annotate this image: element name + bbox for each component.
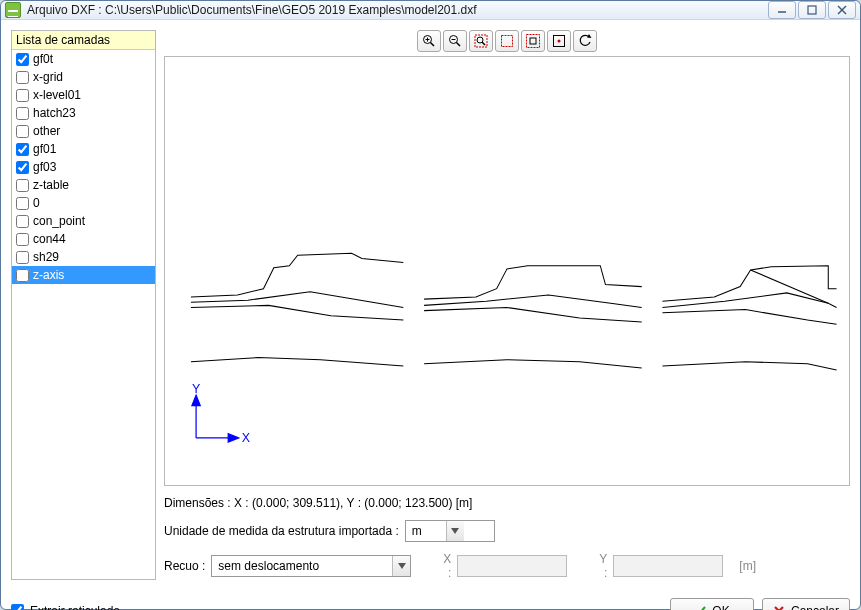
y-offset-input [613, 555, 723, 577]
layer-row[interactable]: con_point [12, 212, 155, 230]
layer-name: x-level01 [33, 87, 81, 103]
chevron-down-icon [392, 556, 410, 576]
x-offset-input [457, 555, 567, 577]
zoom-in-button[interactable] [417, 30, 441, 52]
layer-row[interactable]: other [12, 122, 155, 140]
layer-row[interactable]: gf01 [12, 140, 155, 158]
svg-point-18 [558, 40, 561, 43]
x-offset-label: X : [437, 552, 451, 580]
layer-name: x-grid [33, 69, 63, 85]
layer-row[interactable]: sh29 [12, 248, 155, 266]
zoom-extents-button[interactable] [521, 30, 545, 52]
layer-name: z-axis [33, 267, 64, 283]
layer-checkbox[interactable] [16, 107, 29, 120]
svg-marker-23 [228, 434, 238, 442]
recuo-combo-value: sem deslocamento [212, 559, 392, 573]
svg-line-5 [431, 43, 435, 47]
layers-header: Lista de camadas [12, 31, 155, 50]
ok-button[interactable]: OK [670, 598, 754, 610]
titlebar: Arquivo DXF : C:\Users\Public\Documents\… [1, 1, 860, 20]
extract-grid-checkbox[interactable] [11, 604, 24, 610]
right-column: Y X Dimensões : X : (0.000; 309.511), Y … [164, 30, 850, 580]
zoom-extents-icon [526, 34, 540, 48]
window-title: Arquivo DXF : C:\Users\Public\Documents\… [27, 3, 768, 17]
svg-rect-16 [530, 38, 536, 44]
layer-checkbox[interactable] [16, 251, 29, 264]
svg-marker-24 [451, 528, 459, 534]
app-icon [5, 2, 21, 18]
zoom-center-icon [552, 34, 566, 48]
preview-canvas[interactable]: Y X [164, 56, 850, 486]
extract-grid-checkbox-wrap[interactable]: Extrair reticulado [11, 604, 120, 610]
svg-line-13 [482, 42, 485, 45]
layer-row[interactable]: gf0t [12, 50, 155, 68]
close-button[interactable] [828, 1, 856, 19]
svg-line-9 [457, 43, 461, 47]
below-canvas: Dimensões : X : (0.000; 309.511), Y : (0… [164, 486, 850, 580]
refresh-button[interactable] [573, 30, 597, 52]
layer-checkbox[interactable] [16, 89, 29, 102]
svg-marker-25 [398, 563, 406, 569]
unit-combo[interactable]: m [405, 520, 495, 542]
chevron-down-icon [446, 521, 464, 541]
cancel-button[interactable]: Cancelar [762, 598, 850, 610]
layer-name: con_point [33, 213, 85, 229]
dimensions-text: Dimensões : X : (0.000; 309.511), Y : (0… [164, 496, 850, 510]
recuo-combo[interactable]: sem deslocamento [211, 555, 411, 577]
y-offset-label: Y : [593, 552, 607, 580]
view-toolbar [164, 30, 850, 52]
dialog-footer: Extrair reticulado OK Cancelar [1, 590, 860, 610]
maximize-button[interactable] [798, 1, 826, 19]
svg-rect-15 [527, 35, 540, 48]
zoom-in-icon [422, 34, 436, 48]
layer-name: gf03 [33, 159, 56, 175]
layer-checkbox[interactable] [16, 269, 29, 282]
zoom-window-button[interactable] [495, 30, 519, 52]
layer-name: hatch23 [33, 105, 76, 121]
layer-row[interactable]: z-axis [12, 266, 155, 284]
window-controls [768, 1, 856, 19]
layers-panel: Lista de camadas gf0tx-gridx-level01hatc… [11, 30, 156, 580]
refresh-icon [578, 34, 592, 48]
layer-checkbox[interactable] [16, 71, 29, 84]
axis-indicator: Y X [192, 382, 251, 445]
layer-checkbox[interactable] [16, 125, 29, 138]
layer-row[interactable]: x-level01 [12, 86, 155, 104]
layer-name: 0 [33, 195, 40, 211]
axis-y-label: Y [192, 382, 201, 396]
layer-checkbox[interactable] [16, 215, 29, 228]
svg-marker-21 [192, 395, 200, 405]
layer-checkbox[interactable] [16, 161, 29, 174]
layer-checkbox[interactable] [16, 233, 29, 246]
layer-row[interactable]: x-grid [12, 68, 155, 86]
minimize-button[interactable] [768, 1, 796, 19]
zoom-center-button[interactable] [547, 30, 571, 52]
layers-list[interactable]: gf0tx-gridx-level01hatch23othergf01gf03z… [12, 50, 155, 579]
layer-row[interactable]: z-table [12, 176, 155, 194]
layer-name: sh29 [33, 249, 59, 265]
layer-checkbox[interactable] [16, 143, 29, 156]
check-icon [694, 605, 706, 610]
dialog-content: Lista de camadas gf0tx-gridx-level01hatc… [1, 20, 860, 590]
layer-row[interactable]: con44 [12, 230, 155, 248]
axis-x-label: X [242, 431, 251, 445]
layer-row[interactable]: 0 [12, 194, 155, 212]
dxf-import-dialog: Arquivo DXF : C:\Users\Public\Documents\… [0, 0, 861, 610]
layer-name: other [33, 123, 60, 139]
ok-button-label: OK [712, 604, 729, 610]
layer-name: gf01 [33, 141, 56, 157]
layer-name: gf0t [33, 51, 53, 67]
zoom-out-icon [448, 34, 462, 48]
layer-checkbox[interactable] [16, 53, 29, 66]
layer-checkbox[interactable] [16, 197, 29, 210]
layer-row[interactable]: gf03 [12, 158, 155, 176]
close-icon [773, 605, 785, 610]
unit-combo-value: m [406, 524, 446, 538]
layer-checkbox[interactable] [16, 179, 29, 192]
layer-row[interactable]: hatch23 [12, 104, 155, 122]
zoom-selection-button[interactable] [469, 30, 493, 52]
preview-svg: Y X [165, 57, 849, 485]
svg-rect-1 [808, 6, 816, 14]
zoom-out-button[interactable] [443, 30, 467, 52]
svg-rect-14 [502, 36, 513, 47]
